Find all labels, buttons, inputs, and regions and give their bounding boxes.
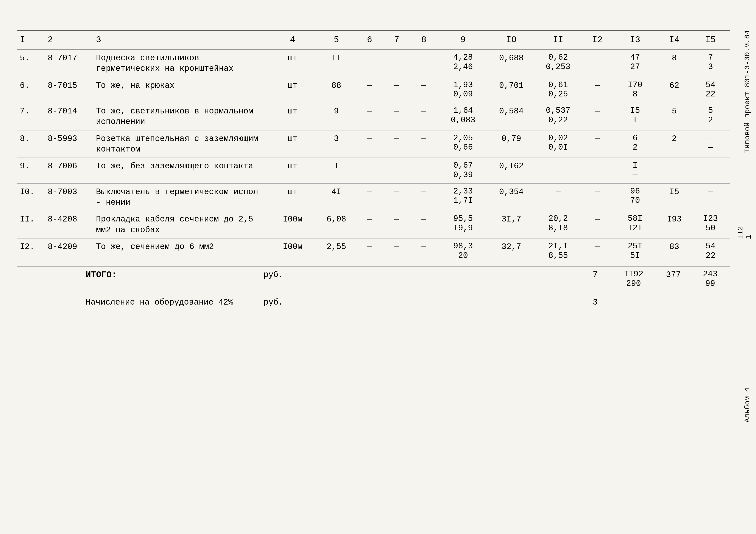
row-col6: — [356,103,383,130]
row-col13: 25I5I [612,239,658,264]
row-col15: 52 [691,103,730,130]
row-col9: 98,320 [437,239,489,264]
header-row: I 2 3 4 5 6 7 8 9 IO II I2 I3 I4 I5 [17,30,730,50]
row-col6: — [356,239,383,264]
nacis-col8 [405,294,433,311]
nacis-col10 [485,294,531,311]
col-header-1: I [17,30,45,50]
table-row: I2. 8-4209 То же, сечением до 6 мм2 I00м… [17,239,730,264]
row-col14: 83 [658,239,691,264]
row-col6: — [356,130,383,158]
row-col14: 62 [658,77,691,103]
nacis-col14 [657,294,690,311]
row-col15: I2350 [691,211,730,239]
col-header-4: 4 [268,30,317,50]
col-header-15: I5 [691,30,730,50]
row-col10: 0,79 [489,130,534,158]
row-num: 9. [17,158,45,183]
row-col12: — [582,103,612,130]
row-unit: шт [268,77,317,103]
row-col7: — [383,158,410,183]
row-col7: — [383,50,410,77]
page-number-top: II2 [736,226,744,239]
col-header-9: 9 [437,30,489,50]
row-col9: 0,670,39 [437,158,489,183]
row-col14: I5 [658,183,691,211]
row-col5: 4I [317,183,356,211]
row-col9: 2,050,66 [437,130,489,158]
total-col10 [485,266,531,292]
row-col13: 62 [612,130,658,158]
table-row: 9. 8-7006 То же, без заземляющего контак… [17,158,730,183]
row-col15: — [691,158,730,183]
nacis-code [34,294,83,311]
row-col12: — [582,158,612,183]
row-col8: — [410,50,437,77]
total-code [34,266,83,292]
row-col5: 3 [317,130,356,158]
row-unit: шт [268,183,317,211]
col-header-6: 6 [356,30,383,50]
row-desc: То же, сечением до 6 мм2 [94,239,268,264]
row-col5: 88 [317,77,356,103]
row-col13: I708 [612,77,658,103]
row-col11: 0,620,253 [534,50,582,77]
row-col14: 2 [658,130,691,158]
col-header-11: II [534,30,582,50]
col-header-14: I4 [658,30,691,50]
row-col11: 2I,I8,55 [534,239,582,264]
row-code: 8-7003 [45,183,93,211]
col-header-3: 3 [94,30,268,50]
row-col11: 20,28,I8 [534,211,582,239]
col-header-13: I3 [612,30,658,50]
row-col10: 32,7 [489,239,534,264]
row-col6: — [356,158,383,183]
row-unit: I00м [268,239,317,264]
row-col7: — [383,103,410,130]
row-desc: Выключатель в герметическом испол - нени… [94,183,268,211]
row-col13: 58II2I [612,211,658,239]
page: Типовой проект 801-3-30.м.84 II2 1 Альбо… [0,0,756,534]
nacis-col9 [433,294,485,311]
nacis-row: Начисление на оборудование 42% руб. 3 [17,294,730,311]
row-code: 8-5993 [45,130,93,158]
row-col12: — [582,239,612,264]
row-col10: 3I,7 [489,211,534,239]
row-col6: — [356,77,383,103]
total-label: ИТОГО: [83,266,261,292]
total-col13: II92290 [610,266,657,292]
row-col9: 2,331,7I [437,183,489,211]
row-col10: 0,701 [489,77,534,103]
row-code: 8-7006 [45,158,93,183]
nacis-col12: 3 [580,294,610,311]
row-num: I0. [17,183,45,211]
total-col12: 7 [580,266,610,292]
table-row: I0. 8-7003 Выключатель в герметическом и… [17,183,730,211]
total-col5 [310,266,350,292]
row-desc: Прокладка кабеля сечением до 2,5 мм2 на … [94,211,268,239]
row-unit: шт [268,158,317,183]
row-col8: — [410,158,437,183]
row-col12: — [582,211,612,239]
row-unit: шт [268,103,317,130]
nacis-col15 [690,294,730,311]
row-col10: 0,584 [489,103,534,130]
row-col11: 0,020,0I [534,130,582,158]
row-code: 8-4209 [45,239,93,264]
col-header-12: I2 [582,30,612,50]
row-desc: То же, без заземляющего контакта [94,158,268,183]
row-col5: I [317,158,356,183]
row-code: 8-7017 [45,50,93,77]
nacis-col13 [610,294,657,311]
col-header-2: 2 [45,30,93,50]
row-col7: — [383,77,410,103]
nacis-col7 [377,294,405,311]
row-col7: — [383,239,410,264]
row-col11: — [534,183,582,211]
total-col14: 377 [657,266,690,292]
row-col6: — [356,183,383,211]
row-num: 8. [17,130,45,158]
row-desc: Розетка штепсельная с заземляющим контак… [94,130,268,158]
nacis-unit: руб. [261,294,310,311]
row-col5: 6,08 [317,211,356,239]
